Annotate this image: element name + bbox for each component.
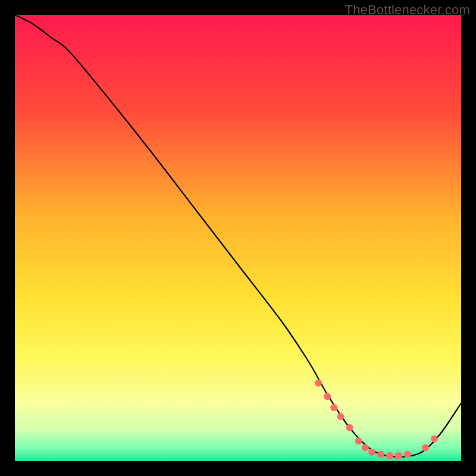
- plot-area: [15, 15, 461, 461]
- highlight-dot: [422, 444, 429, 452]
- highlight-dot: [337, 413, 345, 420]
- highlight-dot: [362, 444, 369, 452]
- highlight-dot: [330, 404, 337, 411]
- highlight-dot: [315, 380, 322, 387]
- highlight-dot: [368, 449, 375, 456]
- chart-frame: TheBottlenecker.com: [0, 0, 476, 476]
- highlight-dot: [395, 452, 402, 459]
- highlight-dot: [386, 452, 393, 459]
- highlight-dot: [377, 451, 384, 458]
- highlight-dot: [431, 436, 438, 443]
- highlight-dot: [404, 451, 411, 458]
- highlight-dot: [346, 424, 353, 431]
- highlight-dot: [355, 437, 362, 444]
- gradient-background: [15, 15, 461, 461]
- chart-svg: [15, 15, 461, 461]
- highlight-dot: [324, 393, 331, 400]
- watermark-text: TheBottlenecker.com: [345, 2, 470, 18]
